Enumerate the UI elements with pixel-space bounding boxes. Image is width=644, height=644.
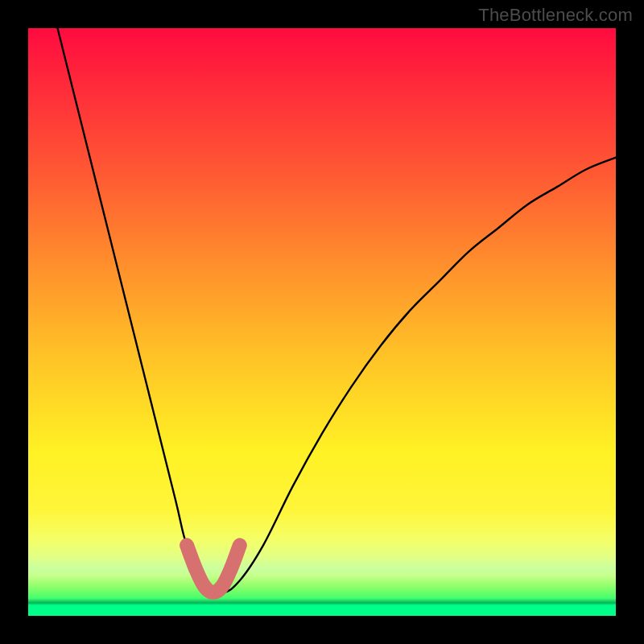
valley-highlight	[187, 545, 240, 592]
watermark-text: TheBottleneck.com	[478, 5, 633, 26]
curve-svg	[28, 28, 616, 616]
chart-frame: TheBottleneck.com	[0, 0, 644, 644]
plot-area	[28, 28, 616, 616]
bottleneck-curve	[58, 28, 617, 592]
